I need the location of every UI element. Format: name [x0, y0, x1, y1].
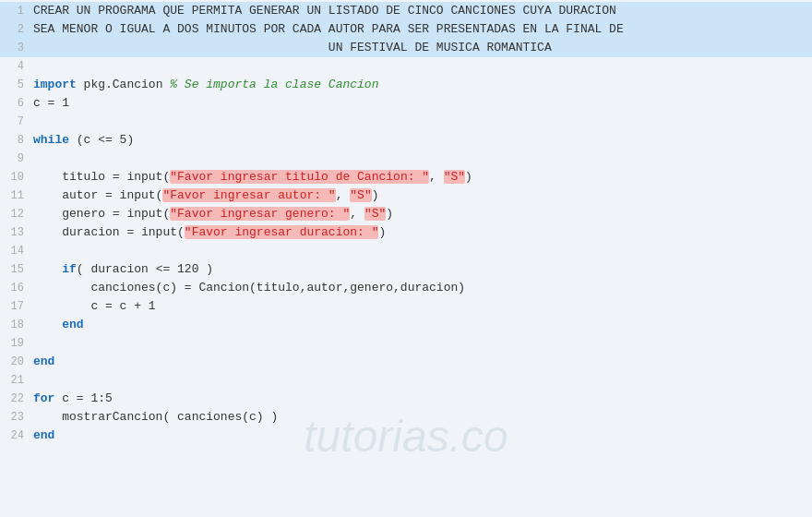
code-text: titulo = input(: [33, 170, 170, 184]
line-number: 21: [0, 371, 33, 390]
code-text: ): [372, 188, 379, 202]
line-number: 6: [0, 94, 33, 113]
line-21: 21: [0, 371, 812, 390]
line-number: 8: [0, 131, 33, 150]
line-number: 1: [0, 2, 33, 20]
line-16: 16 canciones(c) = Cancion(titulo,autor,g…: [0, 279, 812, 297]
line-content: genero = input("Favor ingresar genero: "…: [33, 205, 812, 223]
line-number: 22: [0, 390, 33, 408]
line-19: 19: [0, 334, 812, 353]
line-content: c = c + 1: [33, 297, 812, 316]
line-number: 19: [0, 334, 33, 353]
line-content: titulo = input("Favor ingresar titulo de…: [33, 168, 812, 186]
line-content: import pkg.Cancion % Se importa la clase…: [33, 76, 812, 94]
line-15: 15 if( duracion <= 120 ): [0, 260, 812, 279]
line-number: 18: [0, 316, 33, 334]
code-text: mostrarCancion( canciones(c) ): [33, 410, 278, 424]
line-content: CREAR UN PROGRAMA QUE PERMITA GENERAR UN…: [33, 2, 812, 20]
code-text: ): [465, 170, 472, 184]
code-text: genero = input(: [33, 207, 170, 221]
code-text: (c <= 5): [69, 133, 134, 147]
line-number: 11: [0, 186, 33, 205]
code-text: canciones(c) = Cancion(titulo,autor,gene…: [33, 281, 465, 295]
line-content: canciones(c) = Cancion(titulo,autor,gene…: [33, 279, 812, 297]
line-number: 5: [0, 76, 33, 94]
line-number: 24: [0, 427, 33, 445]
line-content: end: [33, 353, 812, 371]
string-literal: "Favor ingresar autor: ": [162, 188, 335, 202]
line-number: 10: [0, 168, 33, 186]
keyword: import: [33, 78, 77, 91]
line-5: 5import pkg.Cancion % Se importa la clas…: [0, 76, 812, 94]
code-text: ): [386, 207, 393, 221]
code-text: ): [378, 225, 386, 239]
line-1: 1CREAR UN PROGRAMA QUE PERMITA GENERAR U…: [0, 2, 812, 20]
line-3: 3 UN FESTIVAL DE MUSICA ROMANTICA: [0, 39, 812, 57]
line-11: 11 autor = input("Favor ingresar autor: …: [0, 186, 812, 205]
code-text: pkg.Cancion: [77, 78, 170, 91]
code-text: autor = input(: [33, 188, 162, 202]
line-8: 8while (c <= 5): [0, 131, 812, 150]
comment: CREAR UN PROGRAMA QUE PERMITA GENERAR UN…: [33, 4, 616, 18]
line-18: 18 end: [0, 316, 812, 334]
code-text: c = 1:5: [54, 391, 112, 405]
code-text: ,: [350, 207, 364, 221]
comment: SEA MENOR O IGUAL A DOS MINUTOS POR CADA…: [33, 22, 624, 36]
code-area: 1CREAR UN PROGRAMA QUE PERMITA GENERAR U…: [0, 0, 812, 517]
code-container: 1CREAR UN PROGRAMA QUE PERMITA GENERAR U…: [0, 0, 812, 517]
code-text: ( duracion <= 120 ): [77, 262, 213, 276]
code-text: ,: [336, 188, 351, 202]
keyword: end: [62, 318, 83, 331]
code-text: c = c + 1: [33, 299, 156, 313]
line-7: 7: [0, 113, 812, 131]
code-text: [33, 318, 62, 331]
line-23: 23 mostrarCancion( canciones(c) ): [0, 408, 812, 427]
string-literal: "S": [350, 188, 371, 202]
line-number: 7: [0, 113, 33, 131]
line-content: if( duracion <= 120 ): [33, 260, 812, 279]
code-text: ,: [429, 170, 444, 184]
string-literal: "Favor ingresar duracion: ": [185, 225, 379, 239]
code-text: duracion = input(: [33, 225, 185, 239]
code-text: c = 1: [33, 96, 69, 110]
line-content: c = 1: [33, 94, 812, 113]
line-content: duracion = input("Favor ingresar duracio…: [33, 223, 812, 242]
line-number: 4: [0, 57, 33, 76]
line-number: 9: [0, 150, 33, 168]
code-text: [33, 262, 62, 276]
line-content: autor = input("Favor ingresar autor: ", …: [33, 186, 812, 205]
line-number: 23: [0, 408, 33, 427]
line-content: while (c <= 5): [33, 131, 812, 150]
line-17: 17 c = c + 1: [0, 297, 812, 316]
keyword: for: [33, 391, 54, 405]
keyword: if: [62, 262, 77, 276]
line-24: 24end: [0, 427, 812, 445]
line-number: 3: [0, 39, 33, 57]
line-number: 16: [0, 279, 33, 297]
line-content: end: [33, 427, 812, 445]
line-number: 12: [0, 205, 33, 223]
line-content: UN FESTIVAL DE MUSICA ROMANTICA: [33, 39, 812, 57]
line-10: 10 titulo = input("Favor ingresar titulo…: [0, 168, 812, 186]
keyword: while: [33, 133, 69, 147]
comment: UN FESTIVAL DE MUSICA ROMANTICA: [33, 41, 552, 54]
string-literal: "S": [444, 170, 465, 184]
string-literal: "Favor ingresar titulo de Cancion: ": [170, 170, 429, 184]
line-number: 2: [0, 20, 33, 39]
line-13: 13 duracion = input("Favor ingresar dura…: [0, 223, 812, 242]
line-number: 17: [0, 297, 33, 316]
line-content: SEA MENOR O IGUAL A DOS MINUTOS POR CADA…: [33, 20, 812, 39]
line-22: 22for c = 1:5: [0, 390, 812, 408]
line-9: 9: [0, 150, 812, 168]
string-literal: "S": [364, 207, 386, 221]
line-content: for c = 1:5: [33, 390, 812, 408]
line-number: 14: [0, 242, 33, 260]
line-number: 15: [0, 260, 33, 279]
keyword: end: [33, 355, 54, 368]
line-20: 20end: [0, 353, 812, 371]
line-6: 6c = 1: [0, 94, 812, 113]
line-number: 13: [0, 223, 33, 242]
line-12: 12 genero = input("Favor ingresar genero…: [0, 205, 812, 223]
line-4: 4: [0, 57, 812, 76]
inline-comment: % Se importa la clase Cancion: [170, 78, 378, 91]
